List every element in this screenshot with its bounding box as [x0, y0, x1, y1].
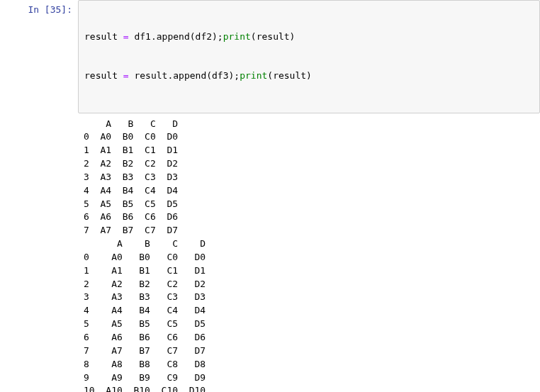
code-line-2: result = result.append(df3);print(result…	[84, 69, 534, 82]
output-cell: A B C D 0 A0 B0 C0 D0 1 A1 B1 C1 D1 2 A2…	[0, 113, 540, 393]
table-row: 10 A10 B10 C10 D10	[84, 385, 206, 392]
table1-header: A B C D	[84, 118, 178, 129]
table-row: 3 A3 B3 C3 D3	[84, 291, 206, 302]
table-row: 1 A1 B1 C1 D1	[84, 145, 178, 155]
table-row: 5 A5 B5 C5 D5	[84, 318, 206, 329]
code-token: result	[129, 70, 168, 81]
table-row: 2 A2 B2 C2 D2	[84, 158, 178, 169]
code-token: print	[240, 70, 267, 81]
input-cell: In [35]: result = df1.append(df2);print(…	[0, 0, 540, 113]
table-row: 2 A2 B2 C2 D2	[84, 279, 206, 289]
output-area: A B C D 0 A0 B0 C0 D0 1 A1 B1 C1 D1 2 A2…	[78, 113, 540, 393]
code-token: df1	[129, 31, 151, 42]
table-row: 4 A4 B4 C4 D4	[84, 185, 178, 196]
code-token: (result)	[267, 70, 312, 81]
table-row: 7 A7 B7 C7 D7	[84, 345, 206, 356]
code-token: append(df2)	[157, 31, 218, 42]
table-row: 0 A0 B0 C0 D0	[84, 131, 178, 142]
code-token: ;	[218, 31, 223, 42]
table-row: 3 A3 B3 C3 D3	[84, 172, 178, 182]
code-line-1: result = df1.append(df2);print(result)	[84, 30, 534, 43]
table-row: 5 A5 B5 C5 D5	[84, 198, 178, 209]
code-token: (result)	[251, 31, 296, 42]
code-token: .	[151, 31, 157, 42]
table-row: 9 A9 B9 C9 D9	[84, 372, 206, 383]
table-row: 0 A0 B0 C0 D0	[84, 252, 206, 262]
table-row: 7 A7 B7 C7 D7	[84, 225, 178, 235]
code-token: print	[223, 31, 251, 42]
code-token: ;	[234, 70, 240, 81]
table2-header: A B C D	[84, 238, 206, 249]
table-row: 6 A6 B6 C6 D6	[84, 332, 206, 342]
table-row: 1 A1 B1 C1 D1	[84, 265, 206, 276]
code-token: =	[123, 70, 129, 81]
code-token: result	[84, 31, 123, 42]
output-prompt-spacer	[0, 113, 78, 393]
table-row: 6 A6 B6 C6 D6	[84, 211, 178, 222]
code-token: result	[84, 70, 123, 81]
table-row: 4 A4 B4 C4 D4	[84, 305, 206, 315]
code-input[interactable]: result = df1.append(df2);print(result) r…	[78, 0, 540, 113]
code-token: =	[123, 31, 129, 42]
input-prompt: In [35]:	[0, 0, 78, 113]
table-row: 8 A8 B8 C8 D8	[84, 359, 206, 369]
code-token: append(df3)	[173, 70, 234, 81]
